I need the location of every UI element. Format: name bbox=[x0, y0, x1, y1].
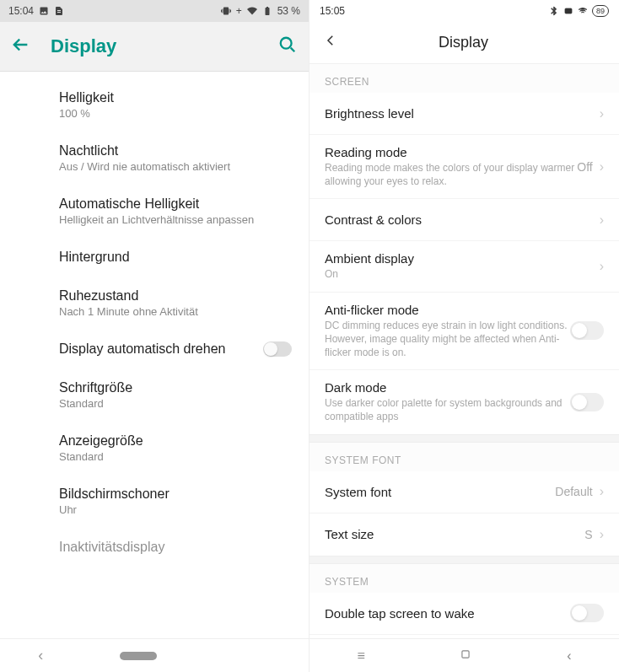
svg-point-0 bbox=[281, 38, 292, 49]
nav-back-icon[interactable]: ‹ bbox=[38, 647, 43, 664]
arrow-left-icon bbox=[12, 35, 30, 54]
item-ruhezustand[interactable]: Ruhezustand Nach 1 Minute ohne Aktivität bbox=[0, 277, 309, 330]
item-bildschirmschoner[interactable]: Bildschirmschoner Uhr bbox=[0, 475, 309, 528]
item-title: Hintergrund bbox=[59, 250, 292, 265]
toggle-dark-mode[interactable] bbox=[570, 393, 604, 411]
item-title: Anzeigegröße bbox=[59, 433, 292, 449]
toggle-auto-rotate[interactable] bbox=[263, 341, 292, 357]
item-system-font[interactable]: System font Default › bbox=[310, 471, 619, 513]
section-system: SYSTEM bbox=[310, 564, 619, 593]
chevron-right-icon: › bbox=[600, 106, 604, 121]
image-icon bbox=[39, 6, 49, 16]
nav-back-icon[interactable]: ‹ bbox=[567, 648, 571, 664]
settings-list-right: SCREEN Brightness level › Reading mode R… bbox=[310, 64, 619, 638]
item-auto-helligkeit[interactable]: Automatische Helligkeit Helligkeit an Li… bbox=[0, 185, 309, 238]
item-dark-mode[interactable]: Dark mode Use darker color palette for s… bbox=[310, 370, 619, 433]
battery-text: 89 bbox=[592, 5, 609, 17]
item-contrast-colors[interactable]: Contrast & colors › bbox=[310, 199, 619, 241]
nav-menu-icon[interactable]: ≡ bbox=[357, 648, 364, 664]
item-title: Dark mode bbox=[325, 380, 570, 395]
document-icon bbox=[54, 6, 64, 16]
chevron-right-icon: › bbox=[600, 159, 604, 175]
plus-icon: + bbox=[236, 5, 242, 17]
chevron-right-icon: › bbox=[600, 484, 604, 499]
settings-list-left: Helligkeit 100 % Nachtlicht Aus / Wird n… bbox=[0, 72, 309, 638]
chevron-left-icon bbox=[323, 33, 338, 48]
nav-bar-left: ‹ bbox=[0, 638, 309, 672]
item-title: Ruhezustand bbox=[59, 288, 292, 304]
item-title: Helligkeit bbox=[59, 90, 292, 105]
item-title: Ambient display bbox=[325, 251, 600, 266]
right-panel: 15:05 89 Display SCREEN Brightness level… bbox=[310, 0, 619, 672]
item-value: Off bbox=[577, 160, 592, 174]
item-sub: Uhr bbox=[59, 503, 292, 516]
item-sub: 100 % bbox=[59, 107, 292, 120]
toggle-anti-flicker[interactable] bbox=[570, 321, 604, 340]
chevron-right-icon: › bbox=[600, 212, 604, 228]
item-double-tap-wake[interactable]: Double tap screen to wake bbox=[310, 593, 619, 635]
wifi-icon bbox=[247, 6, 257, 16]
item-schriftgroesse[interactable]: Schriftgröße Standard bbox=[0, 368, 309, 422]
item-title: Schriftgröße bbox=[59, 380, 292, 395]
item-title: Automatische Helligkeit bbox=[59, 196, 292, 212]
back-button[interactable] bbox=[12, 35, 30, 57]
battery-icon bbox=[262, 6, 272, 16]
search-icon bbox=[278, 35, 297, 54]
item-hintergrund[interactable]: Hintergrund bbox=[0, 238, 309, 277]
item-sub: Reading mode makes the colors of your di… bbox=[325, 161, 577, 188]
status-bar-right: 15:05 89 bbox=[310, 0, 619, 22]
item-title: Text size bbox=[325, 527, 584, 541]
section-divider bbox=[310, 434, 619, 443]
header-right: Display bbox=[310, 22, 619, 64]
nav-home-pill[interactable] bbox=[120, 652, 157, 660]
item-ambient-display[interactable]: Ambient display On › bbox=[310, 241, 619, 292]
status-time: 15:04 bbox=[8, 5, 34, 17]
section-screen: SCREEN bbox=[310, 64, 619, 93]
left-panel: 15:04 + 53 % Display Helligkeit 100 % Na… bbox=[0, 0, 310, 672]
battery-text: 53 % bbox=[277, 5, 300, 17]
item-brightness[interactable]: Brightness level › bbox=[310, 93, 619, 135]
item-inaktivitaet[interactable]: Inaktivitätsdisplay bbox=[0, 528, 309, 567]
page-title: Display bbox=[51, 35, 278, 57]
bluetooth-icon bbox=[549, 6, 559, 16]
svg-rect-2 bbox=[462, 650, 469, 657]
item-anti-flicker[interactable]: Anti-flicker mode DC dimming reduces eye… bbox=[310, 293, 619, 371]
item-auto-rotate[interactable]: Display automatisch drehen bbox=[0, 330, 309, 368]
page-title: Display bbox=[338, 34, 589, 51]
header-left: Display bbox=[0, 22, 309, 72]
item-title: Brightness level bbox=[325, 106, 600, 121]
item-title: Reading mode bbox=[325, 145, 577, 159]
item-value: Default bbox=[555, 485, 592, 498]
item-title: Nachtlicht bbox=[59, 143, 292, 159]
item-title: Display automatisch drehen bbox=[59, 341, 225, 357]
nav-bar-right: ≡ ‹ bbox=[310, 638, 619, 672]
item-helligkeit[interactable]: Helligkeit 100 % bbox=[0, 78, 309, 132]
item-anzeigegroesse[interactable]: Anzeigegröße Standard bbox=[0, 422, 309, 475]
section-divider bbox=[310, 556, 619, 564]
item-sub: DC dimming reduces eye strain in low lig… bbox=[325, 319, 570, 360]
wifi-icon bbox=[578, 6, 588, 16]
item-sub: Use darker color palette for system back… bbox=[325, 396, 570, 423]
section-system-font: SYSTEM FONT bbox=[310, 443, 619, 471]
search-button[interactable] bbox=[278, 35, 297, 57]
item-title: Anti-flicker mode bbox=[325, 303, 570, 317]
item-title: Inaktivitätsdisplay bbox=[59, 540, 292, 555]
item-reading-mode[interactable]: Reading mode Reading mode makes the colo… bbox=[310, 135, 619, 199]
item-title: System font bbox=[325, 485, 555, 499]
item-nachtlicht[interactable]: Nachtlicht Aus / Wird nie automatisch ak… bbox=[0, 132, 309, 185]
item-sub: Standard bbox=[59, 450, 292, 463]
item-title: Double tap screen to wake bbox=[325, 606, 570, 621]
item-text-size[interactable]: Text size S › bbox=[310, 513, 619, 556]
item-sub: Standard bbox=[59, 397, 292, 410]
back-button[interactable] bbox=[323, 33, 338, 52]
nav-home-icon[interactable] bbox=[460, 648, 471, 664]
chevron-right-icon: › bbox=[600, 259, 604, 274]
vibrate-icon bbox=[221, 6, 231, 16]
item-sub: On bbox=[325, 267, 600, 281]
item-value: S bbox=[584, 528, 592, 541]
item-sub: Nach 1 Minute ohne Aktivität bbox=[59, 305, 292, 318]
no-sim-icon bbox=[563, 6, 573, 16]
toggle-double-tap[interactable] bbox=[570, 604, 604, 622]
status-time: 15:05 bbox=[320, 5, 345, 17]
item-sub: Helligkeit an Lichtverhältnisse anpassen bbox=[59, 213, 292, 226]
